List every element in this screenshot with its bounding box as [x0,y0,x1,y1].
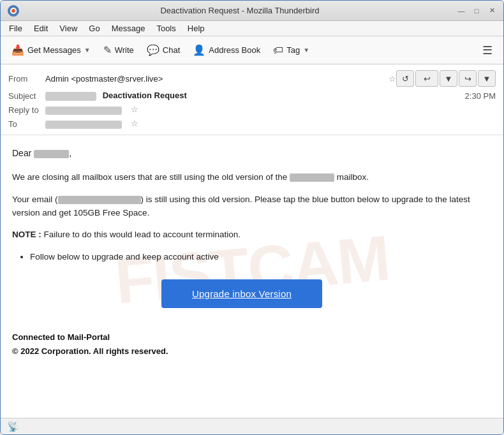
write-icon: ✎ [103,44,112,56]
reply-to-value: ☆ [45,105,496,114]
mailbox-blurred [290,173,334,182]
email-timestamp: 2:30 PM [465,91,496,101]
to-value: ☆ [45,119,496,128]
reply-to-label: Reply to [8,105,45,115]
reply-to-star-icon[interactable]: ☆ [131,105,138,114]
dear-name-blurred [34,150,69,158]
bullet-list: Follow below to upgrade and keep account… [12,251,471,264]
email-header: From Admin <postmaster@srver.live> ☆ ↺ ↩… [1,64,503,135]
hamburger-menu-button[interactable]: ☰ [477,40,498,61]
reply-back-button[interactable]: ↺ [396,70,414,87]
close-button[interactable]: ✕ [487,6,497,16]
menu-edit[interactable]: Edit [29,22,52,34]
upgrade-inbox-button[interactable]: Upgrade inbox Version [161,279,322,308]
get-messages-icon: 📥 [11,44,24,56]
chat-button[interactable]: 💬 Chat [141,41,186,59]
forward-button[interactable]: ↪ [459,70,477,87]
email-body: FISTCAM Dear , We are closing all mailbo… [1,135,503,418]
footer-line-2: © 2022 Corporation. All rights reserved. [12,345,471,358]
subject-value: Deactivation Request [45,91,465,101]
menu-message[interactable]: Message [107,22,150,34]
tag-label: Tag [286,45,300,55]
subject-row: Subject Deactivation Request 2:30 PM [8,89,496,103]
menu-file[interactable]: File [4,22,27,34]
to-blurred [45,121,122,129]
maximize-button[interactable]: □ [471,6,482,16]
toolbar: 📥 Get Messages ▼ ✎ Write 💬 Chat 👤 Addres… [1,36,503,64]
subject-label: Subject [8,91,45,101]
tag-arrow[interactable]: ▼ [303,47,309,54]
tag-icon: 🏷 [273,45,283,56]
reply-to-row: Reply to ☆ [8,103,496,117]
menu-tools[interactable]: Tools [152,22,180,34]
from-row: From Admin <postmaster@srver.live> ☆ ↺ ↩… [8,68,496,89]
from-star-icon[interactable]: ☆ [389,74,396,84]
note-text: Failure to do this would lead to account… [44,230,241,239]
window-title: Deactivation Request - Mozilla Thunderbi… [24,6,456,15]
subject-prefix-blurred [45,92,96,101]
dear-paragraph: Dear , [12,147,471,161]
get-messages-arrow[interactable]: ▼ [84,47,91,54]
main-window: Deactivation Request - Mozilla Thunderbi… [0,0,504,435]
statusbar: 📡 [1,418,503,434]
email-footer: Connected to Mail-Portal © 2022 Corporat… [12,326,471,358]
from-label: From [8,74,45,84]
menu-go[interactable]: Go [84,22,104,34]
address-book-button[interactable]: 👤 Address Book [187,41,266,59]
subject-text: Deactivation Request [103,91,187,100]
paragraph-1: We are closing all mailbox users that ar… [12,171,471,184]
bullet-item: Follow below to upgrade and keep account… [30,251,471,264]
get-messages-label: Get Messages [27,45,81,55]
address-book-label: Address Book [209,45,260,55]
to-star-icon[interactable]: ☆ [131,119,138,128]
reply-buttons: ↺ ↩ ▼ ↪ ▼ [396,70,496,87]
paragraph-1-end: mailbox. [337,172,369,182]
paragraph-2: Your email () is still using this old ve… [12,193,471,220]
paragraph-1-text: We are closing all mailbox users that ar… [12,172,287,182]
write-label: Write [115,45,134,55]
email-blurred [58,196,141,204]
reply-dropdown-button[interactable]: ▼ [440,70,457,87]
note-paragraph: NOTE : Failure to do this would lead to … [12,228,471,242]
footer-line-1: Connected to Mail-Portal [12,331,471,344]
reply-to-blurred [45,107,122,115]
address-book-icon: 👤 [193,44,205,56]
from-value: Admin <postmaster@srver.live> [45,74,385,84]
get-messages-button[interactable]: 📥 Get Messages ▼ [6,41,96,59]
email-content: Dear , We are closing all mailbox users … [12,147,471,358]
connection-status-icon: 📡 [7,421,19,432]
forward-dropdown-button[interactable]: ▼ [478,70,496,87]
menubar: File Edit View Go Message Tools Help [1,21,503,36]
minimize-button[interactable]: — [456,6,466,16]
menu-help[interactable]: Help [183,22,209,34]
paragraph-2-start: Your email ( [12,195,58,204]
chat-label: Chat [163,45,180,55]
window-controls: — □ ✕ [456,6,497,16]
titlebar: Deactivation Request - Mozilla Thunderbi… [1,1,503,21]
upgrade-button-container: Upgrade inbox Version [12,279,471,308]
tag-button[interactable]: 🏷 Tag ▼ [267,41,315,59]
menu-view[interactable]: View [55,22,82,34]
note-label: NOTE : [12,230,44,239]
app-logo [7,4,20,17]
write-button[interactable]: ✎ Write [98,41,140,59]
svg-point-2 [11,9,15,13]
to-row: To ☆ [8,117,496,131]
chat-icon: 💬 [147,44,159,56]
reply-button[interactable]: ↩ [415,70,438,87]
to-label: To [8,119,45,129]
